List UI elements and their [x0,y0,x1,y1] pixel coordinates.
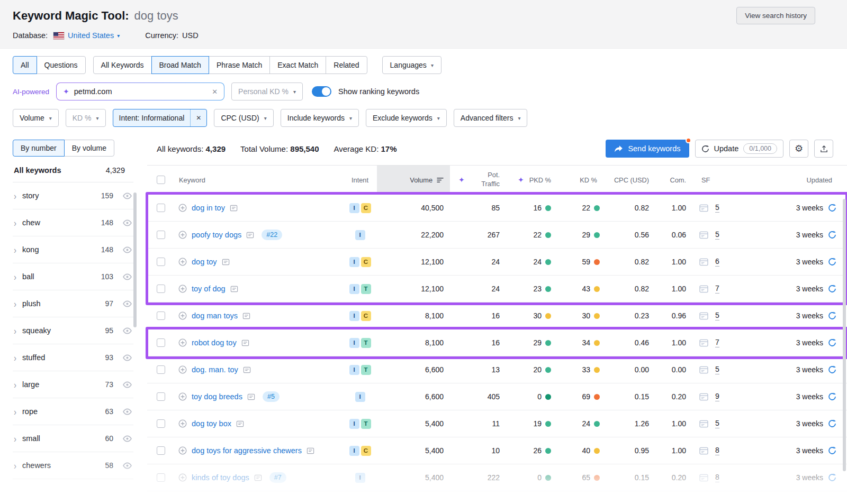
expand-chevron-icon[interactable]: › [14,272,16,282]
row-checkbox[interactable] [157,258,165,266]
expand-chevron-icon[interactable]: › [14,434,16,444]
sidebar-group-item[interactable]: › chew 148 [13,209,133,236]
eye-icon[interactable] [122,435,132,442]
serp-preview-icon[interactable] [699,447,708,455]
keyword-details-icon[interactable] [247,393,255,401]
row-checkbox[interactable] [157,311,165,320]
add-keyword-icon[interactable] [178,473,187,482]
refresh-metrics-icon[interactable] [828,204,836,212]
sidebar-group-item[interactable]: › stuffed 93 [13,344,133,371]
add-keyword-icon[interactable] [178,258,187,266]
cell-sf[interactable]: 8 [715,473,719,482]
refresh-metrics-icon[interactable] [828,285,836,293]
keyword-details-icon[interactable] [241,339,249,347]
add-keyword-icon[interactable] [178,392,187,401]
column-header-intent[interactable]: Intent [343,176,377,184]
table-row[interactable]: dog toy box IT 5,400 11 19 24 1.26 1.00 … [147,410,847,437]
refresh-metrics-icon[interactable] [828,338,836,347]
cell-sf[interactable]: 6 [715,257,719,267]
column-header-volume[interactable]: Volume [377,166,450,194]
table-row[interactable]: dog toy IC 12,100 24 24 59 0.82 1.00 6 3… [147,249,847,276]
column-header-cpc[interactable]: CPC (USD) [603,176,654,184]
keyword-link[interactable]: robot dog toy [192,338,237,347]
tab-exact-match[interactable]: Exact Match [269,56,326,74]
row-checkbox[interactable] [157,419,165,428]
serp-preview-icon[interactable] [699,285,708,293]
refresh-metrics-icon[interactable] [828,311,836,320]
table-row[interactable]: robot dog toy IT 8,100 16 29 34 0.46 1.0… [147,329,847,356]
keyword-link[interactable]: toy dog breeds [192,392,242,401]
add-keyword-icon[interactable] [178,446,187,455]
refresh-metrics-icon[interactable] [828,419,836,428]
eye-icon[interactable] [122,193,132,199]
by-volume-tab[interactable]: By volume [64,140,114,157]
column-header-com[interactable]: Com. [654,176,691,184]
keyword-details-icon[interactable] [222,258,230,266]
serp-preview-icon[interactable] [699,366,708,374]
advanced-filters[interactable]: Advanced filters ▾ [454,109,528,127]
column-header-updated[interactable]: Updated [728,176,847,184]
refresh-metrics-icon[interactable] [828,365,836,374]
sidebar-group-item[interactable]: › small 60 [13,425,133,452]
personal-kd-dropdown[interactable]: Personal KD % ▾ [231,83,303,100]
settings-button[interactable]: ⚙ [789,140,808,158]
volume-filter[interactable]: Volume ▾ [13,109,59,127]
tab-phrase-match[interactable]: Phrase Match [209,56,270,74]
column-header-keyword[interactable]: Keyword [175,176,343,184]
all-keywords-group-row[interactable]: All keywords 4,329 [13,157,133,182]
serp-preview-icon[interactable] [699,312,708,320]
eye-icon[interactable] [122,300,132,307]
add-keyword-icon[interactable] [178,285,187,293]
add-keyword-icon[interactable] [178,419,187,428]
keyword-link[interactable]: dog. man. toy [192,365,238,374]
table-row[interactable]: dog. man. toy IT 6,600 13 20 33 0.00 0.0… [147,356,847,383]
row-checkbox[interactable] [157,365,165,374]
eye-icon[interactable] [122,381,132,388]
add-keyword-icon[interactable] [178,311,187,320]
cell-sf[interactable]: 7 [715,338,719,347]
cell-sf[interactable]: 5 [715,365,719,374]
eye-icon[interactable] [122,354,132,361]
exclude-keywords-filter[interactable]: Exclude keywords ▾ [366,109,447,127]
cell-sf[interactable]: 7 [715,284,719,294]
clear-domain-icon[interactable]: ✕ [212,88,218,96]
cell-sf[interactable]: 5 [715,419,719,428]
expand-chevron-icon[interactable]: › [14,191,16,201]
domain-input[interactable]: ✦ petmd.com ✕ [56,83,224,100]
select-all-checkbox[interactable] [157,176,165,184]
by-number-tab[interactable]: By number [13,140,65,157]
cpc-filter[interactable]: CPC (USD) ▾ [214,109,273,127]
kd-filter[interactable]: KD % ▾ [66,109,106,127]
expand-chevron-icon[interactable]: › [14,245,16,255]
languages-dropdown[interactable]: Languages ▾ [382,56,441,74]
cell-sf[interactable]: 8 [715,446,719,455]
row-checkbox[interactable] [157,446,165,455]
keyword-link[interactable]: kinds of toy dogs [192,473,249,482]
sidebar-group-item[interactable]: › kong 148 [13,236,133,263]
sidebar-group-item[interactable]: › chewers 58 [13,452,133,479]
expand-chevron-icon[interactable]: › [14,218,16,228]
table-row[interactable]: kinds of toy dogs #7 I 5,400 222 0 65 0.… [147,464,847,491]
expand-chevron-icon[interactable]: › [14,326,16,336]
keyword-link[interactable]: dog toys for aggressive chewers [192,446,302,455]
keyword-details-icon[interactable] [307,447,314,455]
include-keywords-filter[interactable]: Include keywords ▾ [281,109,359,127]
row-checkbox[interactable] [157,473,165,482]
tab-all-keywords[interactable]: All Keywords [93,56,152,74]
keyword-details-icon[interactable] [243,366,251,374]
table-row[interactable]: toy dog breeds #5 I 6,600 405 0 69 0.15 … [147,383,847,410]
sidebar-group-item[interactable]: › large 73 [13,371,133,398]
remove-intent-filter-icon[interactable]: ✕ [190,109,206,126]
row-checkbox[interactable] [157,204,165,212]
serp-preview-icon[interactable] [699,393,708,401]
serp-preview-icon[interactable] [699,474,708,482]
row-checkbox[interactable] [157,231,165,239]
column-header-pkd[interactable]: ✦ PKD % [504,176,556,184]
column-header-kd[interactable]: KD % [556,176,603,184]
keyword-link[interactable]: dog in toy [192,204,225,212]
tab-broad-match[interactable]: Broad Match [151,56,209,74]
send-keywords-button[interactable]: Send keywords [606,140,689,158]
serp-preview-icon[interactable] [699,420,708,428]
expand-chevron-icon[interactable]: › [14,380,16,390]
serp-preview-icon[interactable] [699,339,708,347]
